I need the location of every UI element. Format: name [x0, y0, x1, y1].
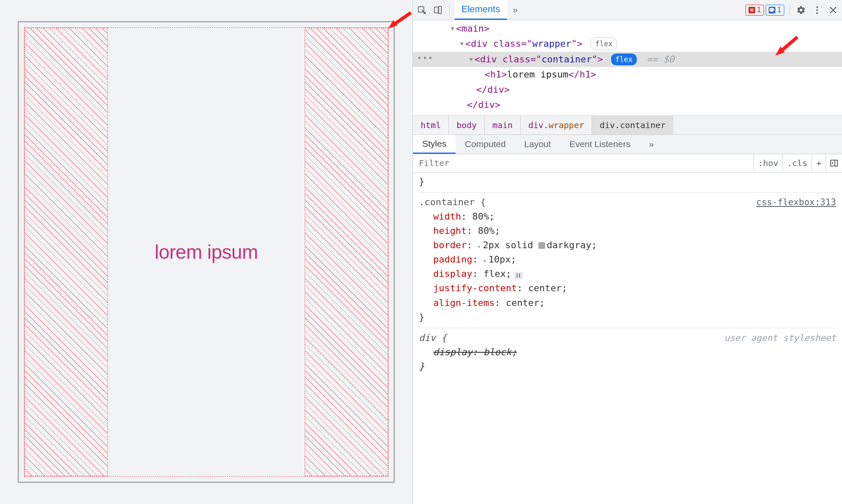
rule-source-link[interactable]: css-flexbox:313: [756, 196, 836, 209]
dom-tree[interactable]: ▼<main> ▼<div class="wrapper"> flex ••• …: [413, 20, 842, 115]
selected-node-indicator: == $0: [646, 54, 674, 64]
tab-computed[interactable]: Computed: [456, 135, 515, 154]
rule-declarations[interactable]: display: block;: [419, 345, 836, 359]
tab-layout[interactable]: Layout: [515, 135, 560, 154]
breadcrumb: html body main div.wrapper div.container: [413, 115, 842, 135]
styles-pane[interactable]: } .container { css-flexbox:313 width: 80…: [413, 173, 842, 378]
devtools-toolbar: Elements » ✕ 1 💬 1: [413, 0, 842, 20]
kebab-menu-icon[interactable]: [811, 4, 823, 16]
rule-declarations[interactable]: width: 80%; height: 80%; border: ▸2px so…: [419, 209, 836, 310]
flex-editor-icon[interactable]: [514, 272, 523, 279]
styles-filter-row: :hov .cls +: [413, 154, 842, 173]
styles-tabbar: Styles Computed Layout Event Listeners »: [413, 135, 842, 154]
messages-count: 1: [777, 5, 781, 14]
svg-rect-6: [831, 160, 837, 166]
errors-count: 1: [757, 5, 761, 14]
cls-toggle[interactable]: .cls: [783, 154, 812, 172]
more-tabs-icon[interactable]: »: [510, 5, 520, 15]
flex-container: lorem ipsum: [18, 21, 395, 483]
flex-badge-active[interactable]: flex: [611, 54, 637, 65]
new-rule-button[interactable]: +: [812, 154, 826, 172]
svg-point-4: [816, 9, 818, 11]
crumb-wrapper[interactable]: div.wrapper: [520, 116, 592, 134]
status-badges: ✕ 1 💬 1: [745, 5, 784, 16]
crumb-html[interactable]: html: [413, 116, 448, 134]
rule-source-label: user agent stylesheet: [724, 331, 836, 345]
svg-point-3: [816, 6, 818, 8]
tab-styles[interactable]: Styles: [413, 135, 456, 154]
rule-selector[interactable]: div {: [419, 331, 447, 345]
svg-rect-2: [439, 6, 441, 13]
rule-brace-close: }: [419, 310, 836, 324]
svg-point-5: [816, 12, 818, 14]
rendered-page: lorem ipsum: [0, 0, 413, 504]
separator: [449, 5, 450, 16]
flex-free-space-right: [305, 28, 388, 476]
hov-toggle[interactable]: :hov: [754, 154, 783, 172]
messages-badge[interactable]: 💬 1: [766, 5, 784, 16]
rule-brace-close: }: [419, 174, 836, 189]
rule-div-ua[interactable]: div { user agent stylesheet: [419, 331, 836, 345]
sidebar-toggle-icon[interactable]: [826, 154, 842, 172]
tab-event-listeners[interactable]: Event Listeners: [560, 135, 640, 154]
heading: lorem ipsum: [155, 241, 258, 263]
rule-brace-close: }: [419, 359, 836, 374]
devtools-panel: Elements » ✕ 1 💬 1 ▼<main>: [413, 0, 842, 504]
svg-rect-1: [434, 7, 438, 13]
crumb-main[interactable]: main: [484, 116, 520, 134]
close-icon[interactable]: [827, 4, 839, 16]
settings-icon[interactable]: [795, 4, 807, 16]
dom-node-div-close[interactable]: </div>: [413, 82, 842, 97]
device-toggle-icon[interactable]: [432, 4, 444, 16]
dom-node-main[interactable]: ▼<main>: [413, 21, 842, 36]
error-icon: ✕: [748, 7, 755, 13]
message-icon: 💬: [769, 7, 775, 13]
inspect-icon[interactable]: [416, 4, 428, 16]
separator: [419, 328, 836, 328]
separator: [789, 5, 790, 16]
dom-node-h1[interactable]: <h1>lorem ipsum</h1>: [413, 67, 842, 82]
dom-node-div-close[interactable]: </div>: [413, 97, 842, 113]
more-tabs-icon[interactable]: »: [640, 135, 663, 154]
dom-node-wrapper[interactable]: ▼<div class="wrapper"> flex: [413, 36, 842, 51]
overridden-declaration[interactable]: display: block;: [433, 347, 517, 357]
crumb-body[interactable]: body: [448, 116, 484, 134]
filter-input[interactable]: [413, 158, 754, 168]
rule-container[interactable]: .container { css-flexbox:313: [419, 195, 836, 209]
color-swatch-icon[interactable]: [539, 242, 545, 249]
gutter-menu-icon[interactable]: •••: [417, 52, 434, 64]
crumb-container[interactable]: div.container: [592, 116, 673, 134]
rule-selector[interactable]: .container {: [419, 195, 486, 209]
flex-free-space-left: [24, 28, 108, 476]
separator: [419, 192, 836, 193]
errors-badge[interactable]: ✕ 1: [745, 5, 764, 16]
dom-node-container[interactable]: ••• ▼<div class="container"> flex == $0: [413, 52, 842, 67]
tab-elements[interactable]: Elements: [455, 0, 507, 20]
flex-badge[interactable]: flex: [590, 38, 617, 50]
